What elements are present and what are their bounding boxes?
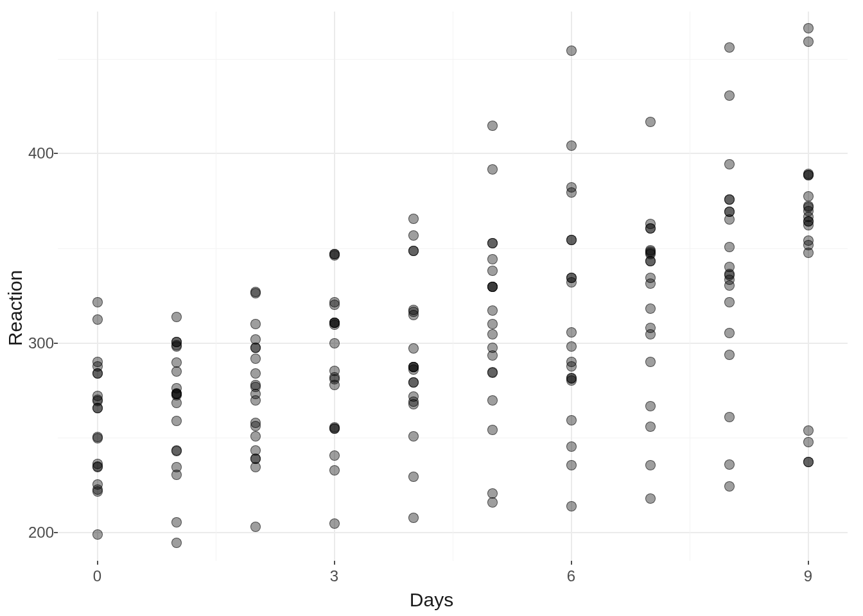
y-tick-mark [54, 153, 58, 154]
data-point [645, 460, 656, 470]
x-tick-label: 0 [93, 567, 101, 585]
grid-line [97, 12, 98, 561]
data-point [92, 368, 103, 379]
data-point [566, 327, 577, 338]
x-tick-mark [334, 561, 335, 565]
data-point [250, 287, 261, 297]
data-point [250, 395, 261, 406]
data-point [724, 350, 735, 360]
x-tick-mark [571, 561, 572, 565]
data-point [566, 235, 577, 245]
data-point [408, 230, 419, 241]
data-point [487, 254, 498, 264]
data-point [803, 23, 814, 33]
data-point [92, 529, 103, 540]
data-point [408, 472, 419, 482]
data-point [92, 357, 103, 367]
grid-line [808, 12, 809, 561]
data-point [724, 412, 735, 422]
data-point [645, 117, 656, 127]
data-point [329, 338, 340, 348]
data-point [566, 273, 577, 283]
grid-line-minor [453, 12, 453, 561]
data-point [250, 368, 261, 379]
data-point [92, 297, 103, 307]
data-point [645, 329, 656, 339]
data-point [645, 248, 656, 258]
data-point [487, 266, 498, 276]
data-point [250, 431, 261, 441]
data-point [250, 354, 261, 364]
x-tick-mark [97, 561, 98, 565]
data-point [803, 170, 814, 180]
data-point [645, 493, 656, 504]
data-point [645, 304, 656, 314]
data-point [803, 437, 814, 447]
data-point [487, 367, 498, 377]
data-point [487, 121, 498, 131]
data-point [803, 37, 814, 47]
scatter-chart: Reaction Days 2003004000369 [0, 0, 863, 616]
grid-line-minor [216, 12, 216, 561]
data-point [724, 159, 735, 169]
data-point [566, 415, 577, 425]
data-point [566, 361, 577, 372]
data-point [408, 310, 419, 320]
data-point [724, 481, 735, 492]
data-point [487, 329, 498, 339]
data-point [92, 314, 103, 325]
data-point [566, 460, 577, 470]
data-point [724, 328, 735, 338]
data-point [724, 262, 735, 272]
data-point [487, 305, 498, 316]
data-point [329, 518, 340, 529]
data-point [724, 214, 735, 225]
data-point [408, 214, 419, 224]
data-point [566, 187, 577, 198]
data-point [566, 501, 577, 511]
data-point [250, 319, 261, 329]
data-point [566, 373, 577, 384]
data-point [645, 422, 656, 432]
data-point [487, 350, 498, 361]
data-point [724, 459, 735, 470]
data-point [566, 341, 577, 352]
data-point [250, 454, 261, 464]
data-point [329, 249, 340, 259]
data-point [171, 312, 182, 322]
data-point [408, 399, 419, 409]
x-axis-title: Days [410, 589, 453, 611]
data-point [171, 462, 182, 472]
data-point [408, 513, 419, 523]
data-point [92, 459, 103, 469]
data-point [645, 401, 656, 411]
data-point [250, 418, 261, 428]
data-point [803, 206, 814, 216]
data-point [171, 357, 182, 368]
data-point [487, 488, 498, 499]
data-point [329, 372, 340, 382]
data-point [408, 246, 419, 256]
y-tick-mark [54, 532, 58, 533]
x-tick-label: 6 [567, 567, 575, 585]
data-point [92, 396, 103, 406]
data-point [171, 388, 182, 398]
data-point [92, 479, 103, 490]
data-point [329, 424, 340, 434]
x-tick-label: 9 [804, 567, 812, 585]
data-point [250, 380, 261, 390]
data-point [566, 441, 577, 452]
x-tick-label: 3 [330, 567, 338, 585]
data-point [724, 90, 735, 101]
data-point [329, 300, 340, 310]
data-point [408, 362, 419, 372]
data-point [566, 141, 577, 151]
grid-line-minor [690, 12, 690, 561]
data-point [724, 194, 735, 205]
data-point [487, 164, 498, 175]
data-point [329, 318, 340, 328]
data-point [803, 248, 814, 258]
grid-line [334, 12, 335, 561]
data-point [92, 432, 103, 442]
y-tick-label: 200 [15, 524, 54, 542]
